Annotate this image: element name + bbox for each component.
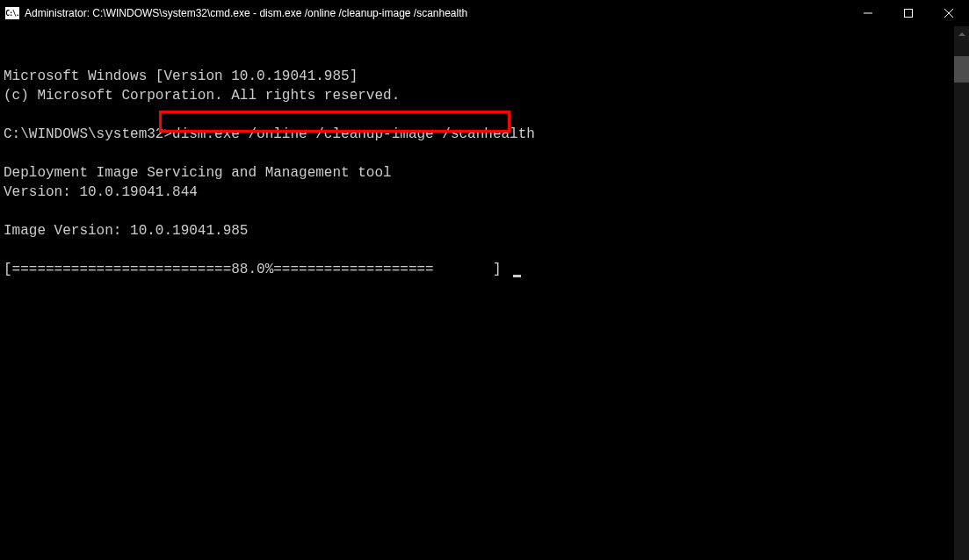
os-version-line: Microsoft Windows [Version 10.0.19041.98…: [4, 68, 358, 84]
dism-title-line: Deployment Image Servicing and Managemen…: [4, 165, 392, 181]
cmd-icon-text: C:\.: [5, 10, 18, 18]
cmd-icon: C:\.: [5, 7, 19, 19]
close-icon: [944, 9, 953, 18]
image-version-line: Image Version: 10.0.19041.985: [4, 223, 248, 239]
svg-rect-1: [905, 10, 913, 18]
scrollbar-thumb[interactable]: [954, 56, 969, 83]
window-controls: [848, 0, 969, 26]
maximize-button[interactable]: [888, 0, 929, 26]
window-title: Administrator: C:\WINDOWS\system32\cmd.e…: [25, 7, 467, 19]
minimize-icon: [864, 9, 872, 18]
maximize-icon: [904, 9, 913, 18]
cursor: [513, 275, 521, 277]
copyright-line: (c) Microsoft Corporation. All rights re…: [4, 88, 400, 104]
entered-command: dism.exe /online /cleanup-image /scanhea…: [172, 126, 535, 142]
close-button[interactable]: [929, 0, 969, 26]
terminal-content: Microsoft Windows [Version 10.0.19041.98…: [4, 67, 969, 279]
dism-version-line: Version: 10.0.19041.844: [4, 184, 198, 200]
terminal-area[interactable]: Microsoft Windows [Version 10.0.19041.98…: [0, 26, 969, 560]
prompt-prefix: C:\WINDOWS\system32>: [4, 126, 172, 142]
minimize-button[interactable]: [848, 0, 888, 26]
titlebar[interactable]: C:\. Administrator: C:\WINDOWS\system32\…: [0, 0, 969, 26]
progress-bar-line: [==========================88.0%========…: [4, 262, 510, 277]
vertical-scrollbar[interactable]: [954, 26, 969, 560]
cmd-window: C:\. Administrator: C:\WINDOWS\system32\…: [0, 0, 969, 560]
scroll-up-arrow[interactable]: [954, 26, 969, 41]
